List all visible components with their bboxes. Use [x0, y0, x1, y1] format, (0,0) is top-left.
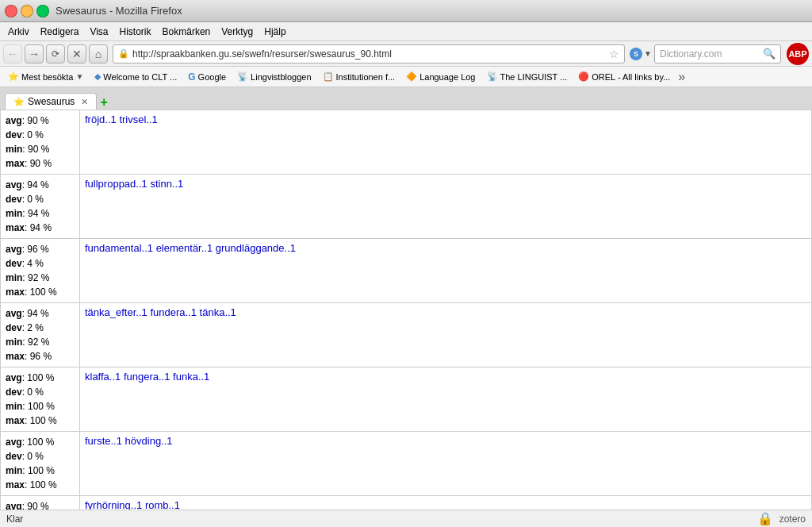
- synonym-link[interactable]: romb..1: [145, 499, 180, 510]
- tab-label: Swesaurus: [28, 96, 75, 107]
- most-visited-arrow[interactable]: ▼: [75, 72, 83, 81]
- search-engine-logo[interactable]: S: [630, 48, 642, 60]
- minimize-button[interactable]: [21, 5, 33, 17]
- synonyms-cell[interactable]: fundamental..1 elementär..1 grundläggand…: [80, 239, 812, 303]
- synonyms-cell[interactable]: fullproppad..1 stinn..1: [80, 175, 812, 239]
- status-right: 🔒 zotero: [757, 511, 806, 526]
- synonyms-cell[interactable]: fyrhörning..1 romb..1: [80, 496, 812, 510]
- google-label: Google: [198, 72, 226, 82]
- synonyms-cell[interactable]: furste..1 hövding..1: [80, 432, 812, 496]
- most-visited-label: Mest besökta: [21, 72, 73, 82]
- synonym-link[interactable]: fundera..1: [150, 306, 197, 318]
- synonym-link[interactable]: tänka..1: [200, 306, 236, 318]
- search-icon[interactable]: 🔍: [763, 48, 776, 60]
- bookmark-language-log[interactable]: 🔶 Language Log: [401, 70, 480, 83]
- search-engine-dropdown[interactable]: ▼: [644, 49, 652, 58]
- clt-label: Welcome to CLT ...: [103, 72, 177, 82]
- stats-cell: avg: 96 %dev: 4 %min: 92 %max: 100 %: [1, 239, 80, 303]
- search-placeholder: Dictionary.com: [660, 48, 760, 60]
- linguist-label: The LINGUIST ...: [500, 72, 568, 82]
- stats-cell: avg: 90 %dev: 0 %min: 90 %max: 90 %: [1, 110, 80, 175]
- title-bar: Swesaurus - Mozilla Firefox: [0, 0, 812, 22]
- search-bar[interactable]: Dictionary.com 🔍: [654, 44, 781, 63]
- synonym-link[interactable]: furste..1: [85, 435, 122, 447]
- tab-swesaurus[interactable]: ⭐ Swesaurus ✕: [5, 93, 97, 110]
- forward-button[interactable]: →: [25, 44, 44, 63]
- close-button[interactable]: [5, 5, 17, 17]
- language-log-icon: 🔶: [406, 71, 417, 82]
- nav-bar: ← → ⟳ ✕ ⌂ 🔒 http://spraakbanken.gu.se/sw…: [0, 41, 812, 67]
- menu-verktyg[interactable]: Verktyg: [216, 25, 258, 39]
- menu-bokmarken[interactable]: Bokmärken: [158, 25, 216, 39]
- bookmark-institutionen[interactable]: 📋 Institutionen f...: [318, 70, 400, 83]
- table-row: avg: 100 %dev: 0 %min: 100 %max: 100 %fu…: [1, 432, 812, 496]
- clt-icon: ◆: [94, 71, 101, 82]
- bookmarks-more-button[interactable]: »: [678, 70, 685, 84]
- lingvistbloggen-icon: 📡: [237, 71, 248, 82]
- stop-button[interactable]: ✕: [67, 44, 86, 63]
- bookmarks-bar: ⭐ Mest besökta ▼ ◆ Welcome to CLT ... G …: [0, 67, 812, 87]
- menu-visa[interactable]: Visa: [85, 25, 113, 39]
- bookmark-clt[interactable]: ◆ Welcome to CLT ...: [90, 70, 182, 83]
- synonyms-table: avg: 90 %dev: 0 %min: 90 %max: 90 %fröjd…: [0, 110, 812, 510]
- synonym-link[interactable]: stinn..1: [150, 178, 183, 190]
- bookmark-google[interactable]: G Google: [183, 70, 231, 84]
- table-row: avg: 90 %dev: 0 %min: 90 %max: 90 %fyrhö…: [1, 496, 812, 510]
- window-title: Swesaurus - Mozilla Firefox: [56, 5, 182, 17]
- synonym-link[interactable]: trivsel..1: [119, 113, 157, 125]
- table-row: avg: 100 %dev: 0 %min: 100 %max: 100 %kl…: [1, 367, 812, 432]
- new-tab-button[interactable]: +: [100, 95, 107, 110]
- maximize-button[interactable]: [36, 5, 49, 17]
- bookmark-star-icon[interactable]: ☆: [609, 48, 619, 60]
- synonym-link[interactable]: fungera..1: [124, 371, 170, 383]
- menu-hjalp[interactable]: Hjälp: [259, 25, 290, 39]
- security-icon: 🔒: [118, 48, 129, 59]
- refresh-button[interactable]: ⟳: [46, 44, 65, 63]
- menu-bar: Arkiv Redigera Visa Historik Bokmärken V…: [0, 22, 812, 41]
- synonym-link[interactable]: grundläggande..1: [216, 242, 296, 254]
- tab-bar: ⭐ Swesaurus ✕ +: [0, 87, 812, 110]
- synonyms-cell[interactable]: fröjd..1 trivsel..1: [80, 110, 812, 175]
- tab-icon: ⭐: [13, 97, 25, 107]
- table-row: avg: 94 %dev: 2 %min: 92 %max: 96 %tänka…: [1, 303, 812, 367]
- tab-close-icon[interactable]: ✕: [81, 97, 88, 107]
- synonym-link[interactable]: klaffa..1: [85, 371, 121, 383]
- main-content[interactable]: avg: 90 %dev: 0 %min: 90 %max: 90 %fröjd…: [0, 110, 812, 510]
- lingvistbloggen-label: Lingvistbloggen: [251, 72, 311, 82]
- url-bar[interactable]: 🔒 http://spraakbanken.gu.se/swefn/resurs…: [113, 44, 625, 63]
- synonyms-cell[interactable]: tänka_efter..1 fundera..1 tänka..1: [80, 303, 812, 367]
- google-icon: G: [188, 71, 195, 83]
- bookmark-linguist[interactable]: 📡 The LINGUIST ...: [482, 70, 573, 83]
- synonym-link[interactable]: fundamental..1: [85, 242, 153, 254]
- synonym-link[interactable]: fröjd..1: [85, 113, 117, 125]
- institutionen-label: Institutionen f...: [336, 72, 396, 82]
- adblock-button[interactable]: ABP: [787, 43, 809, 65]
- orel-label: OREL - All links by...: [592, 72, 670, 82]
- stats-cell: avg: 94 %dev: 0 %min: 94 %max: 94 %: [1, 175, 80, 239]
- most-visited-icon: ⭐: [8, 71, 19, 82]
- bookmark-orel[interactable]: 🔴 OREL - All links by...: [573, 70, 675, 83]
- menu-arkiv[interactable]: Arkiv: [3, 25, 34, 39]
- zotero-icon[interactable]: zotero: [779, 514, 806, 525]
- synonyms-cell[interactable]: klaffa..1 fungera..1 funka..1: [80, 367, 812, 432]
- synonym-link[interactable]: fyrhörning..1: [85, 499, 142, 510]
- window-controls[interactable]: [5, 5, 49, 17]
- institutionen-icon: 📋: [323, 71, 334, 82]
- table-row: avg: 96 %dev: 4 %min: 92 %max: 100 %fund…: [1, 239, 812, 303]
- menu-historik[interactable]: Historik: [115, 25, 156, 39]
- synonym-link[interactable]: hövding..1: [125, 435, 173, 447]
- security-status-icon: 🔒: [757, 511, 773, 526]
- synonym-link[interactable]: elementär..1: [156, 242, 213, 254]
- home-button[interactable]: ⌂: [89, 44, 108, 63]
- bookmark-most-visited[interactable]: ⭐ Mest besökta ▼: [3, 70, 88, 83]
- synonym-link[interactable]: fullproppad..1: [85, 178, 147, 190]
- menu-redigera[interactable]: Redigera: [36, 25, 84, 39]
- back-button[interactable]: ←: [3, 44, 22, 63]
- synonym-link[interactable]: tänka_efter..1: [85, 306, 147, 318]
- stats-cell: avg: 90 %dev: 0 %min: 90 %max: 90 %: [1, 496, 80, 510]
- bookmark-lingvistbloggen[interactable]: 📡 Lingvistbloggen: [232, 70, 316, 83]
- synonym-link[interactable]: funka..1: [173, 371, 209, 383]
- stats-cell: avg: 94 %dev: 2 %min: 92 %max: 96 %: [1, 303, 80, 367]
- language-log-label: Language Log: [419, 72, 475, 82]
- table-row: avg: 94 %dev: 0 %min: 94 %max: 94 %fullp…: [1, 175, 812, 239]
